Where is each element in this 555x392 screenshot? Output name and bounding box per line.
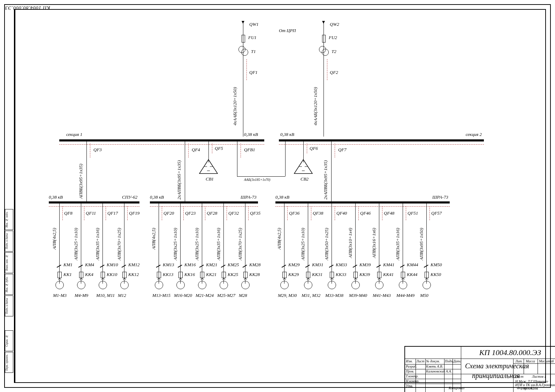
cb2-label: CB2 [301,176,309,182]
fuse-fu1 [242,35,245,43]
subbus-c-name: ШРА-73 [432,194,448,200]
section2-label: секция 2 [466,132,482,137]
tb-col-masht: Масштаб [539,359,554,363]
bus-section2 [279,139,484,141]
motor-symbol [77,281,85,289]
kk-label: KK41 [383,272,394,277]
qf-label: QF51 [408,210,418,216]
kk-label: KK16 [184,272,195,277]
km-label: KM10 [107,262,118,268]
qf3-label: QF3 [93,147,102,153]
motor-label: M10, M11 [96,293,115,298]
motor-label: M41-M43 [373,293,391,298]
km-label: KM1 [63,262,73,268]
contactor [79,264,83,268]
motor-symbol [328,281,336,289]
kk-label: KK29 [288,272,299,277]
tb-podp: Подп. [445,359,454,363]
motor-symbol [423,281,431,289]
contactor [178,264,182,268]
kk-label: KK13 [163,272,173,277]
kk-label: KK4 [85,272,93,277]
tb-col-lit: Лит. [515,359,523,363]
kk-label: KK10 [107,272,117,277]
thermal-relay [200,272,204,278]
fu1-label: FU1 [248,35,257,40]
cable-label: АПВ(3х25+1х10) [73,228,79,260]
tb-list: Лист [416,359,424,363]
contactor [377,264,381,268]
qf-label: QF11 [86,210,96,216]
qf1-label: QF1 [249,70,258,75]
tb-tkontr: Т.контр. [406,374,418,378]
svg-marker-4 [294,160,312,174]
contactor [200,264,204,268]
motor-label: M12 [118,293,126,298]
motor-label: M16-M20 [174,293,192,298]
tb-nkontr: Н.контр. [406,379,419,383]
cable-label: АПВ(3х25+1х10) [300,228,306,260]
contactor [157,264,160,268]
cable-label: АПВ(3х16+1х6) [371,228,377,258]
motor-label: M44-M49 [396,293,415,298]
doc-code-rotated: КП 1004.80.000.ЭЗ [5,5,50,10]
qf-label: QF20 [164,210,174,216]
kk-label: KK12 [128,272,139,277]
cable-label: АПВ(3х35+1х16) [95,228,100,260]
tb-title1: Схема электрическая [465,362,529,370]
tb-kopiroval: Копировал [449,386,464,390]
title-block: КП 1004.80.000.ЭЗ Схема электрическая пр… [404,346,555,392]
kk-label: KK44 [407,272,417,277]
tb-format: Формат А1 [517,386,534,390]
thermal-relay [122,272,127,278]
feed1-cable: 4хААБ(3х120+1х50) [232,87,238,125]
km-label: KM28 [249,262,261,268]
kk-label: KK39 [359,272,370,277]
contactor [306,264,310,268]
km-label: KM31 [312,262,324,268]
km-label: KM12 [128,262,140,268]
subbus-b-volt: 0,38 кВ [150,194,164,200]
qf-label: QF32 [228,210,239,216]
thermal-relay [222,272,226,278]
motor-symbol [176,281,185,289]
motor-label: M50 [420,293,428,298]
contactor [330,264,333,268]
km-label: KM21 [206,262,218,268]
tb-data: Дата [453,359,462,363]
subbus-a [49,201,139,203]
contactor [243,264,247,268]
tb-sheets: Листов 1 [532,375,546,378]
thermal-relay [353,272,358,278]
qf-label: QF38 [313,210,323,216]
cable-label: АПВ(3х70+1х25) [116,228,122,260]
qf-label: QF46 [360,210,371,216]
qf-label: QF36 [289,210,299,216]
contactor [222,264,225,268]
cable-label: АПВ(3х35+1х16) [395,228,401,260]
qf-label: QF28 [207,210,217,216]
qf-label: QF57 [431,210,442,216]
t1-label: T1 [251,49,256,54]
cable-label: АПВ(3х10+1х4) [348,228,353,258]
motor-symbol [351,281,360,289]
motor-symbol [241,281,250,289]
cable-label: АПВ(3х70+1х25) [237,228,243,260]
thermal-relay [330,272,334,278]
tb-utv: Утв. [406,384,413,388]
subbus-a-name: СПУ-62 [122,194,137,200]
motor-label: M1-M3 [53,293,67,298]
qf6-label: QF6 [310,146,318,151]
tb-ndokum: № докум. [426,359,440,363]
motor-label: M21-M24 [196,293,214,298]
t2-label: T2 [332,49,336,54]
thermal-relay [178,272,183,278]
motor-label: M39-M40 [349,293,367,298]
contactor [282,264,286,268]
section2-volt: 0,38 кВ [280,132,294,137]
qf2-label: QF2 [330,70,338,75]
tie-cable-label: ААБ(3х185+1х70) [244,178,270,182]
cable-label: АПВ(4х2,5) [276,228,282,249]
riser3-cable: АПВБ(3х95+1х35) [78,164,84,199]
kk-label: KK31 [312,272,322,277]
